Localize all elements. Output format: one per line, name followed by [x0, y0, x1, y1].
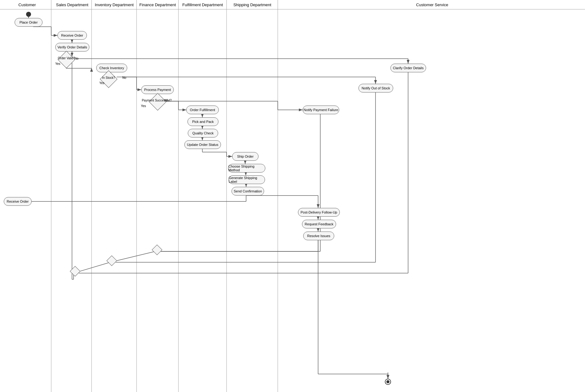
lane-header-fulfillment: Fulfillment Department [179, 2, 226, 7]
node-generate-label[interactable]: Generate Shipping Label [228, 175, 265, 184]
node-order-fulfillment[interactable]: Order Fulfillment [186, 106, 219, 114]
node-merge2 [106, 255, 117, 266]
label-yes-in-stock: Yes [99, 81, 104, 85]
lane-header-shipping: Shipping Department [227, 2, 277, 7]
node-receive-order[interactable]: Receive Order [57, 31, 87, 40]
label-no-order-valid: No [74, 57, 79, 60]
node-receive-order-end[interactable]: Receive Order [4, 197, 32, 206]
node-clarify-order[interactable]: Clarify Order Details [390, 64, 426, 72]
diagram-container: Customer Sales Department Inventory Depa… [0, 0, 585, 392]
node-post-delivery[interactable]: Post-Delivery Follow-Up [298, 208, 340, 217]
lane-header-finance: Finance Department [137, 2, 178, 7]
label-yes-order-valid: Yes [55, 62, 60, 65]
node-place-order[interactable]: Place Order [15, 18, 43, 27]
start-circle [26, 12, 31, 17]
lane-header-customer: Customer [3, 2, 51, 7]
lane-header-inventory: Inventory Department [92, 2, 136, 7]
end-circle-outer [385, 379, 391, 385]
lane-header-sales: Sales Department [53, 2, 92, 7]
node-request-feedback[interactable]: Request Feedback [302, 220, 336, 228]
label-yes-payment: Yes [141, 104, 146, 108]
node-check-inventory[interactable]: Check Inventory [96, 64, 127, 72]
lane-header-customer-service: Customer Service [279, 2, 585, 7]
label-no-in-stock: No [122, 76, 126, 79]
node-payment-successful-label: Payment Successful? [140, 99, 174, 102]
node-pick-and-pack[interactable]: Pick and Pack [187, 117, 218, 126]
node-in-stock-label: In Stock? [98, 76, 119, 79]
node-merge1 [152, 245, 162, 255]
node-merge3 [70, 266, 80, 277]
node-notify-payment-failure[interactable]: Notify Payment Failure [303, 106, 339, 114]
node-notify-out-of-stock[interactable]: Notify Out of Stock [358, 84, 393, 92]
diagram-arrows [0, 0, 585, 392]
node-quality-check[interactable]: Quality Check [188, 129, 218, 137]
node-send-confirmation[interactable]: Send Confirmation [232, 187, 264, 196]
node-update-order-status[interactable]: Update Order Status [184, 140, 221, 149]
node-choose-shipping[interactable]: Choose Shipping Method [228, 164, 265, 173]
node-verify-order[interactable]: Verify Order Details [55, 43, 89, 52]
label-no-payment: No [164, 99, 169, 102]
node-resolve-issues[interactable]: Resolve Issues [303, 232, 334, 240]
end-circle-inner [386, 380, 389, 383]
node-ship-order[interactable]: Ship Order [232, 152, 259, 161]
